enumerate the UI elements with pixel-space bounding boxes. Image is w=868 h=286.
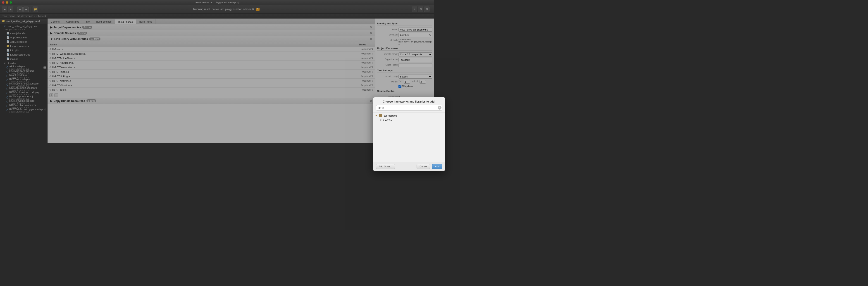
libART-item[interactable]: ⚙ libART.a	[373, 118, 434, 122]
workspace-icon: ▼	[375, 114, 377, 117]
lib-name: libART.a	[383, 119, 392, 121]
workspace-folder-icon	[379, 114, 382, 117]
workspace-label: Workspace	[384, 114, 397, 117]
add-frameworks-modal: Choose frameworks and libraries to add: …	[373, 97, 434, 143]
lib-file-icon: ⚙	[379, 118, 382, 121]
modal-overlay: Choose frameworks and libraries to add: …	[0, 0, 434, 143]
modal-backdrop[interactable]	[0, 0, 434, 143]
workspace-item[interactable]: ▼ Workspace	[373, 113, 434, 118]
modal-search: ✕	[376, 105, 434, 110]
modal-title: Choose frameworks and libraries to add:	[373, 97, 434, 105]
modal-search-input[interactable]	[376, 105, 434, 110]
modal-tree: ▼ Workspace ⚙ libART.a	[373, 112, 434, 143]
